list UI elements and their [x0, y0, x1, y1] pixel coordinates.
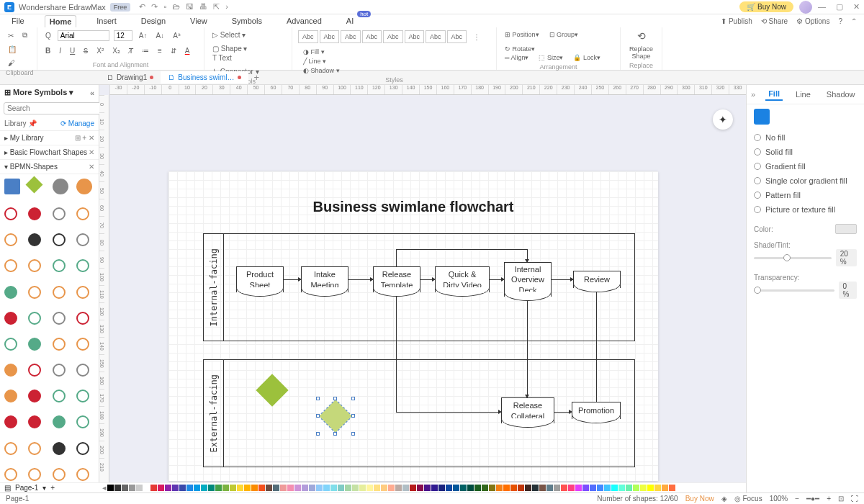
shape-bpmn-20[interactable] [76, 312, 89, 325]
copy-icon[interactable]: ⧉ [20, 30, 30, 40]
color-swatch[interactable] [230, 485, 236, 491]
color-swatch[interactable] [640, 485, 647, 491]
fill-tab[interactable]: Fill [765, 88, 783, 101]
sub-icon[interactable]: X₂ [110, 46, 122, 55]
color-swatch[interactable] [474, 485, 481, 491]
bullets-icon[interactable]: ≔ [140, 46, 151, 55]
save-icon[interactable]: 🖫 [186, 2, 194, 12]
color-swatch[interactable] [201, 485, 207, 491]
shape-bpmn-19[interactable] [53, 312, 66, 325]
color-swatch[interactable] [597, 485, 603, 491]
menu-home[interactable]: Home [45, 15, 77, 27]
shape-bpmn-7[interactable] [53, 233, 66, 246]
color-swatch[interactable] [402, 485, 409, 491]
focus-mode[interactable]: ◎ Focus [734, 495, 762, 503]
shape-bpmn-12[interactable] [76, 259, 89, 272]
color-swatch[interactable] [467, 485, 474, 491]
shape-circle-orange[interactable] [76, 179, 92, 194]
bold-icon[interactable]: B [43, 46, 53, 55]
symbol-search-input[interactable] [4, 102, 102, 114]
size-dropdown[interactable]: ⬚ Size▾ [536, 53, 565, 62]
shape-bpmn-23[interactable] [53, 338, 66, 351]
color-swatch[interactable] [417, 485, 423, 491]
shape-bpmn-3[interactable] [53, 207, 66, 220]
doc-tab-business[interactable]: 🗋 Business swiml… [161, 71, 248, 84]
color-swatch[interactable] [179, 485, 186, 491]
shape-bpmn-43[interactable] [53, 468, 66, 481]
box-intake-meeting[interactable]: Intake Meeting [301, 266, 348, 292]
shape-bpmn-17[interactable] [4, 312, 17, 325]
shape-bpmn-32[interactable] [76, 390, 89, 402]
buy-now-link[interactable]: Buy Now [685, 495, 714, 503]
zoom-in-icon[interactable]: + [827, 495, 831, 503]
shape-bpmn-44[interactable] [76, 468, 89, 481]
shadow-tab[interactable]: Shadow [824, 89, 858, 100]
color-swatch[interactable] [582, 485, 589, 491]
shape-bpmn-39[interactable] [53, 442, 66, 455]
collapse-ribbon-icon[interactable]: ⌃ [851, 17, 857, 25]
color-swatch[interactable] [518, 485, 524, 491]
color-swatch[interactable] [489, 485, 495, 491]
close-icon[interactable]: ✕ [853, 2, 860, 12]
zoom-level[interactable]: 100% [770, 495, 788, 503]
color-swatch[interactable] [330, 485, 337, 491]
decrease-font-icon[interactable]: A↓ [153, 31, 166, 40]
color-swatch[interactable] [280, 485, 287, 491]
case-icon[interactable]: Aᵃ [171, 31, 183, 40]
increase-font-icon[interactable]: A↑ [137, 31, 150, 40]
color-swatch[interactable] [352, 485, 359, 491]
layers-icon[interactable]: ◈ [721, 495, 727, 503]
color-swatch[interactable] [129, 485, 135, 491]
shadow-dropdown[interactable]: ◐ Shadow ▾ [301, 66, 342, 75]
box-release-collateral[interactable]: Release Collateral [501, 397, 554, 423]
color-swatch[interactable] [186, 485, 193, 491]
styles-more-icon[interactable]: ⋮ [471, 32, 482, 42]
shade-value[interactable]: 20 % [836, 249, 857, 266]
color-swatch[interactable] [503, 485, 510, 491]
line-tab[interactable]: Line [793, 89, 814, 100]
color-prev-icon[interactable]: ◂ [102, 483, 107, 492]
shape-bpmn-33[interactable] [4, 415, 17, 428]
color-swatch[interactable] [669, 485, 675, 491]
color-swatch[interactable] [604, 485, 611, 491]
color-swatch[interactable] [482, 485, 488, 491]
shape-bpmn-29[interactable] [4, 390, 17, 402]
color-swatch[interactable] [150, 485, 157, 491]
color-swatch[interactable] [222, 485, 229, 491]
user-avatar-icon[interactable] [799, 1, 812, 14]
shape-bpmn-36[interactable] [76, 415, 89, 428]
fill-option-solid[interactable]: Solid fill [754, 145, 857, 159]
shape-bpmn-40[interactable] [76, 442, 89, 455]
selection-handles[interactable] [318, 399, 353, 433]
shape-circle-gray[interactable] [53, 179, 68, 194]
color-swatch[interactable] [626, 485, 632, 491]
color-swatch[interactable] [244, 485, 251, 491]
replace-shape-label[interactable]: Replace Shape [626, 46, 656, 60]
menu-ai[interactable]: AIhot [342, 15, 358, 27]
color-swatch[interactable] [554, 485, 560, 491]
menu-insert[interactable]: Insert [92, 15, 121, 27]
fill-dropdown[interactable]: ◑ Fill ▾ [301, 48, 342, 56]
cut-icon[interactable]: ✂ [6, 31, 16, 40]
shade-slider[interactable] [754, 257, 832, 259]
color-swatch[interactable] [323, 485, 330, 491]
color-swatch[interactable] [309, 485, 315, 491]
basic-shapes-section[interactable]: ▸ Basic Flowchart Shapes✕ [0, 145, 99, 160]
color-swatch[interactable] [294, 485, 301, 491]
shape-bpmn-8[interactable] [76, 233, 89, 246]
color-swatch[interactable] [453, 485, 459, 491]
shape-bpmn-15[interactable] [53, 286, 66, 299]
shape-bpmn-10[interactable] [28, 259, 41, 272]
color-swatch[interactable] [107, 485, 114, 491]
color-swatch[interactable] [395, 485, 402, 491]
menu-file[interactable]: File [7, 15, 29, 27]
color-swatch[interactable] [273, 485, 279, 491]
export-icon[interactable]: ⇱ [213, 2, 220, 12]
color-swatch[interactable] [410, 485, 416, 491]
shape-bpmn-30[interactable] [28, 390, 41, 402]
collapse-sidebar-icon[interactable]: « [90, 89, 94, 97]
color-swatch[interactable] [424, 485, 431, 491]
color-swatch[interactable] [237, 485, 243, 491]
color-swatch[interactable] [165, 485, 171, 491]
fill-option-pattern[interactable]: Pattern fill [754, 188, 857, 202]
